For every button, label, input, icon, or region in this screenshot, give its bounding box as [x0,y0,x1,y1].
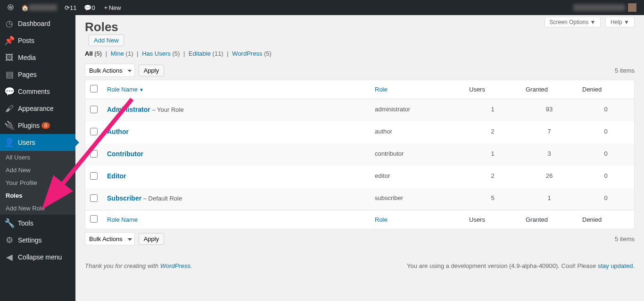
bulk-apply-bottom[interactable]: Apply [139,233,165,245]
col-role-foot[interactable]: Role [375,216,388,223]
filter-has-users[interactable]: Has Users [142,50,171,57]
table-row: Contributorcontributor130 [85,143,634,166]
sidebar-item-posts[interactable]: 📌Posts [0,32,75,49]
role-denied: 0 [578,99,634,121]
site-name-blurred [29,4,57,11]
select-all-bottom[interactable] [90,215,98,223]
role-users: 5 [464,188,521,210]
role-name-link[interactable]: Contributor [107,150,143,158]
screen-options-button[interactable]: Screen Options ▼ [545,17,601,27]
screen-meta-links: Screen Options ▼ Help ▼ [542,17,635,27]
page-icon: ▤ [5,70,14,79]
filter-all[interactable]: All (5) [85,50,102,57]
stay-updated-link[interactable]: stay updated [598,262,633,269]
sidebar-item-settings[interactable]: ⚙Settings [0,232,75,249]
row-checkbox[interactable] [90,150,98,158]
user-account[interactable] [570,0,640,15]
media-icon: 🖼 [5,53,14,62]
plugins-badge: 8 [41,122,50,129]
role-slug: administrator [370,99,464,121]
comment-icon: 💬 [5,87,14,96]
footer-version: You are using a development version (4.9… [407,262,635,269]
items-count-bottom: 5 items [615,235,635,242]
role-granted: 3 [521,143,578,166]
col-users: Users [464,80,521,99]
submenu-your-profile[interactable]: Your Profile [0,176,75,189]
updates-count: 11 [70,4,76,11]
sidebar-collapse[interactable]: ◀Collapse menu [0,249,75,266]
table-row: Administrator – Your Roleadministrator19… [85,99,634,121]
submenu-add-new-role[interactable]: Add New Role [0,202,75,215]
col-role-name-foot[interactable]: Role Name [107,216,138,223]
role-granted: 7 [521,121,578,143]
select-all-top[interactable] [90,85,98,92]
sidebar-item-plugins[interactable]: 🔌Plugins8 [0,117,75,134]
role-name-link[interactable]: Subscriber [107,194,141,202]
role-users: 1 [464,99,521,121]
row-checkbox[interactable] [90,194,98,202]
role-users: 2 [464,121,521,143]
sidebar-item-comments[interactable]: 💬Comments [0,83,75,100]
wordpress-link[interactable]: WordPress [160,262,190,269]
role-slug: subscriber [370,188,464,210]
row-checkbox[interactable] [90,172,98,180]
bulk-action-select-top[interactable]: Bulk Actions [85,64,135,77]
role-denied: 0 [578,166,634,188]
tablenav-bottom: Bulk Actions Apply 5 items [85,229,635,248]
sidebar-item-users[interactable]: 👤Users [0,134,75,151]
help-button[interactable]: Help ▼ [605,17,635,27]
submenu-all-users[interactable]: All Users [0,151,75,164]
role-name-link[interactable]: Author [107,128,129,135]
pin-icon: 📌 [5,36,14,45]
row-checkbox[interactable] [90,128,98,135]
user-icon: 👤 [5,138,14,147]
sidebar-item-dashboard[interactable]: ◷Dashboard [0,15,75,32]
plus-icon: ＋ [103,3,109,12]
role-granted: 1 [521,188,578,210]
add-new-button[interactable]: Add New [89,34,124,46]
role-denied: 0 [578,188,634,210]
table-row: Editoreditor2260 [85,166,634,188]
role-denied: 0 [578,143,634,166]
admin-sidebar: ◷Dashboard 📌Posts 🖼Media ▤Pages 💬Comment… [0,15,75,301]
comments-link[interactable]: 💬0 [80,0,99,15]
sidebar-item-pages[interactable]: ▤Pages [0,66,75,83]
main-content: Screen Options ▼ Help ▼ Roles Add New Al… [75,0,644,288]
sidebar-item-tools[interactable]: 🔧Tools [0,215,75,232]
appearance-icon: 🖌 [5,104,14,113]
col-users-foot: Users [464,210,521,229]
new-content-link[interactable]: ＋New [99,0,125,15]
wp-logo[interactable]: ⓦ [4,0,17,15]
filter-wordpress[interactable]: WordPress [232,50,262,57]
sort-desc-icon: ▼ [139,87,144,92]
admin-toolbar: ⓦ 🏠 ⟳11 💬0 ＋New [0,0,644,15]
col-granted-foot: Granted [521,210,578,229]
role-granted: 93 [521,99,578,121]
role-name-link[interactable]: Editor [107,172,126,180]
sidebar-submenu-users: All Users Add New Your Profile Roles Add… [0,151,75,215]
sidebar-item-media[interactable]: 🖼Media [0,49,75,66]
tablenav-top: Bulk Actions Apply 5 items [85,61,635,80]
tools-icon: 🔧 [5,218,14,228]
sidebar-item-appearance[interactable]: 🖌Appearance [0,100,75,117]
role-name-link[interactable]: Administrator [107,106,150,113]
table-row: Authorauthor270 [85,121,634,143]
filter-mine[interactable]: Mine [111,50,124,57]
dashboard-icon: ◷ [5,19,14,28]
collapse-icon: ◀ [5,252,14,262]
updates-link[interactable]: ⟳11 [61,0,80,15]
role-slug: editor [370,166,464,188]
bulk-action-select-bottom[interactable]: Bulk Actions [85,232,135,245]
col-role-name[interactable]: Role Name▼ [107,86,144,93]
role-users: 1 [464,143,521,166]
col-denied: Denied [578,80,634,99]
bulk-apply-top[interactable]: Apply [139,65,165,76]
col-role[interactable]: Role [375,86,388,93]
submenu-add-new[interactable]: Add New [0,164,75,176]
submenu-roles[interactable]: Roles [0,189,75,202]
row-checkbox[interactable] [90,106,98,113]
filter-editable[interactable]: Editable [189,50,211,57]
site-home[interactable]: 🏠 [17,0,61,15]
comments-count: 0 [91,4,95,11]
role-users: 2 [464,166,521,188]
